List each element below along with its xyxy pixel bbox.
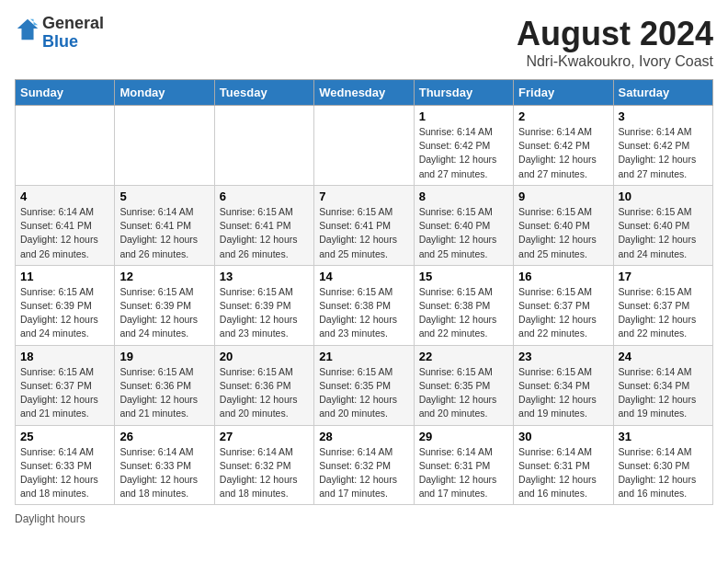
day-number: 29 — [419, 430, 508, 443]
calendar-day-cell: 31Sunrise: 6:14 AM Sunset: 6:30 PM Dayli… — [613, 425, 712, 505]
day-number: 4 — [20, 190, 109, 203]
calendar-col-header: Monday — [115, 80, 214, 106]
footer-note: Daylight hours — [15, 512, 713, 525]
calendar-day-cell: 25Sunrise: 6:14 AM Sunset: 6:33 PM Dayli… — [16, 425, 115, 505]
calendar-day-cell: 12Sunrise: 6:15 AM Sunset: 6:39 PM Dayli… — [115, 265, 214, 345]
calendar-day-cell: 18Sunrise: 6:15 AM Sunset: 6:37 PM Dayli… — [16, 345, 115, 425]
calendar-week-row: 1Sunrise: 6:14 AM Sunset: 6:42 PM Daylig… — [16, 106, 713, 186]
day-number: 23 — [518, 350, 608, 363]
day-detail: Sunrise: 6:14 AM Sunset: 6:33 PM Dayligh… — [119, 445, 209, 501]
day-detail: Sunrise: 6:15 AM Sunset: 6:40 PM Dayligh… — [419, 205, 508, 261]
day-number: 5 — [119, 190, 209, 203]
day-detail: Sunrise: 6:15 AM Sunset: 6:37 PM Dayligh… — [619, 285, 708, 341]
logo-text: General Blue — [42, 15, 104, 52]
calendar-day-cell: 14Sunrise: 6:15 AM Sunset: 6:38 PM Dayli… — [314, 265, 414, 345]
day-detail: Sunrise: 6:14 AM Sunset: 6:42 PM Dayligh… — [518, 125, 608, 181]
calendar-day-cell: 8Sunrise: 6:15 AM Sunset: 6:40 PM Daylig… — [414, 185, 513, 265]
day-number: 8 — [419, 190, 508, 203]
day-number: 27 — [220, 430, 309, 443]
location: Ndri-Kwakoukro, Ivory Coast — [517, 53, 713, 70]
calendar-col-header: Wednesday — [314, 80, 414, 106]
day-detail: Sunrise: 6:15 AM Sunset: 6:37 PM Dayligh… — [20, 365, 109, 421]
day-detail: Sunrise: 6:15 AM Sunset: 6:36 PM Dayligh… — [220, 365, 309, 421]
day-detail: Sunrise: 6:14 AM Sunset: 6:30 PM Dayligh… — [619, 445, 708, 501]
day-number: 30 — [518, 430, 608, 443]
calendar-week-row: 25Sunrise: 6:14 AM Sunset: 6:33 PM Dayli… — [16, 425, 713, 505]
calendar-day-cell: 21Sunrise: 6:15 AM Sunset: 6:35 PM Dayli… — [314, 345, 414, 425]
day-number: 6 — [220, 190, 309, 203]
day-detail: Sunrise: 6:15 AM Sunset: 6:39 PM Dayligh… — [119, 285, 209, 341]
day-detail: Sunrise: 6:15 AM Sunset: 6:41 PM Dayligh… — [220, 205, 309, 261]
calendar-day-cell: 15Sunrise: 6:15 AM Sunset: 6:38 PM Dayli… — [414, 265, 513, 345]
day-number: 12 — [119, 270, 209, 283]
calendar-day-cell: 1Sunrise: 6:14 AM Sunset: 6:42 PM Daylig… — [414, 106, 513, 186]
calendar-day-cell — [314, 106, 414, 186]
day-detail: Sunrise: 6:15 AM Sunset: 6:35 PM Dayligh… — [319, 365, 408, 421]
calendar-day-cell: 29Sunrise: 6:14 AM Sunset: 6:31 PM Dayli… — [414, 425, 513, 505]
day-detail: Sunrise: 6:14 AM Sunset: 6:31 PM Dayligh… — [419, 445, 508, 501]
calendar-header-row: SundayMondayTuesdayWednesdayThursdayFrid… — [16, 80, 713, 106]
day-number: 1 — [419, 109, 508, 123]
day-detail: Sunrise: 6:14 AM Sunset: 6:42 PM Dayligh… — [619, 125, 708, 181]
logo: General Blue — [15, 15, 104, 52]
calendar-day-cell: 16Sunrise: 6:15 AM Sunset: 6:37 PM Dayli… — [514, 265, 613, 345]
day-detail: Sunrise: 6:15 AM Sunset: 6:39 PM Dayligh… — [220, 285, 309, 341]
day-detail: Sunrise: 6:14 AM Sunset: 6:42 PM Dayligh… — [419, 125, 508, 181]
calendar-day-cell: 24Sunrise: 6:14 AM Sunset: 6:34 PM Dayli… — [613, 345, 712, 425]
svg-marker-0 — [17, 19, 38, 40]
day-number: 7 — [319, 190, 408, 203]
calendar-day-cell: 22Sunrise: 6:15 AM Sunset: 6:35 PM Dayli… — [414, 345, 513, 425]
day-number: 22 — [419, 350, 508, 363]
calendar-day-cell: 9Sunrise: 6:15 AM Sunset: 6:40 PM Daylig… — [514, 185, 613, 265]
calendar-col-header: Thursday — [414, 80, 513, 106]
calendar-day-cell: 11Sunrise: 6:15 AM Sunset: 6:39 PM Dayli… — [16, 265, 115, 345]
calendar-day-cell: 19Sunrise: 6:15 AM Sunset: 6:36 PM Dayli… — [115, 345, 214, 425]
day-number: 20 — [220, 350, 309, 363]
day-number: 15 — [419, 270, 508, 283]
calendar-day-cell: 27Sunrise: 6:14 AM Sunset: 6:32 PM Dayli… — [214, 425, 313, 505]
day-detail: Sunrise: 6:15 AM Sunset: 6:40 PM Dayligh… — [619, 205, 708, 261]
day-number: 25 — [20, 430, 109, 443]
day-detail: Sunrise: 6:14 AM Sunset: 6:34 PM Dayligh… — [619, 365, 708, 421]
day-detail: Sunrise: 6:15 AM Sunset: 6:39 PM Dayligh… — [20, 285, 109, 341]
day-number: 16 — [518, 270, 608, 283]
calendar-week-row: 4Sunrise: 6:14 AM Sunset: 6:41 PM Daylig… — [16, 185, 713, 265]
day-number: 24 — [619, 350, 708, 363]
calendar-day-cell: 20Sunrise: 6:15 AM Sunset: 6:36 PM Dayli… — [214, 345, 313, 425]
calendar-day-cell: 6Sunrise: 6:15 AM Sunset: 6:41 PM Daylig… — [214, 185, 313, 265]
day-number: 19 — [119, 350, 209, 363]
calendar-day-cell: 5Sunrise: 6:14 AM Sunset: 6:41 PM Daylig… — [115, 185, 214, 265]
calendar-table: SundayMondayTuesdayWednesdayThursdayFrid… — [15, 79, 713, 505]
calendar-day-cell: 13Sunrise: 6:15 AM Sunset: 6:39 PM Dayli… — [214, 265, 313, 345]
day-number: 31 — [619, 430, 708, 443]
day-detail: Sunrise: 6:14 AM Sunset: 6:32 PM Dayligh… — [220, 445, 309, 501]
day-detail: Sunrise: 6:15 AM Sunset: 6:38 PM Dayligh… — [419, 285, 508, 341]
day-detail: Sunrise: 6:14 AM Sunset: 6:32 PM Dayligh… — [319, 445, 408, 501]
calendar-day-cell: 3Sunrise: 6:14 AM Sunset: 6:42 PM Daylig… — [613, 106, 712, 186]
day-detail: Sunrise: 6:14 AM Sunset: 6:33 PM Dayligh… — [20, 445, 109, 501]
calendar-day-cell: 23Sunrise: 6:15 AM Sunset: 6:34 PM Dayli… — [514, 345, 613, 425]
calendar-day-cell: 30Sunrise: 6:14 AM Sunset: 6:31 PM Dayli… — [514, 425, 613, 505]
calendar-col-header: Saturday — [613, 80, 712, 106]
day-detail: Sunrise: 6:14 AM Sunset: 6:41 PM Dayligh… — [20, 205, 109, 261]
calendar-col-header: Sunday — [16, 80, 115, 106]
month-year: August 2024 — [517, 15, 713, 53]
page-header: General Blue August 2024 Ndri-Kwakoukro,… — [15, 15, 713, 70]
calendar-week-row: 11Sunrise: 6:15 AM Sunset: 6:39 PM Dayli… — [16, 265, 713, 345]
day-number: 9 — [518, 190, 608, 203]
calendar-day-cell — [115, 106, 214, 186]
calendar-day-cell: 17Sunrise: 6:15 AM Sunset: 6:37 PM Dayli… — [613, 265, 712, 345]
logo-icon — [15, 17, 40, 42]
day-detail: Sunrise: 6:15 AM Sunset: 6:40 PM Dayligh… — [518, 205, 608, 261]
calendar-day-cell: 10Sunrise: 6:15 AM Sunset: 6:40 PM Dayli… — [613, 185, 712, 265]
day-number: 11 — [20, 270, 109, 283]
day-number: 18 — [20, 350, 109, 363]
calendar-day-cell: 28Sunrise: 6:14 AM Sunset: 6:32 PM Dayli… — [314, 425, 414, 505]
day-detail: Sunrise: 6:15 AM Sunset: 6:36 PM Dayligh… — [119, 365, 209, 421]
day-detail: Sunrise: 6:14 AM Sunset: 6:31 PM Dayligh… — [518, 445, 608, 501]
day-detail: Sunrise: 6:15 AM Sunset: 6:34 PM Dayligh… — [518, 365, 608, 421]
title-block: August 2024 Ndri-Kwakoukro, Ivory Coast — [517, 15, 713, 70]
day-detail: Sunrise: 6:15 AM Sunset: 6:41 PM Dayligh… — [319, 205, 408, 261]
calendar-col-header: Tuesday — [214, 80, 313, 106]
day-number: 13 — [220, 270, 309, 283]
